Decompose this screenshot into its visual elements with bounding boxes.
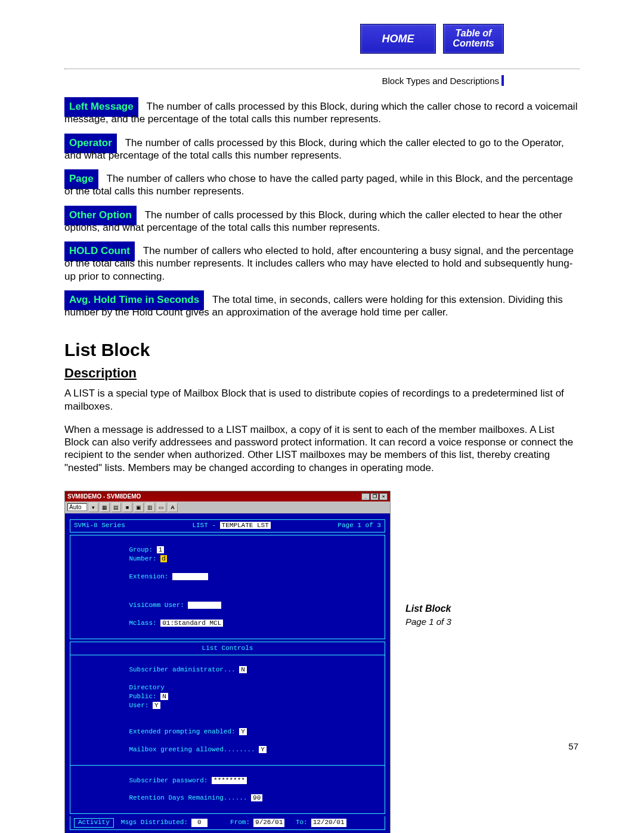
retention-label: Retention Days Remaining...... (129, 794, 247, 801)
toolbar-button[interactable]: ▤ (112, 503, 121, 512)
definition: Left Message The number of calls process… (64, 100, 580, 126)
sub-pass-label: Subscriber password: (129, 777, 208, 784)
directory-label: Directory (129, 684, 164, 691)
greeting-label: Mailbox greeting allowed........ (129, 746, 255, 753)
definition-body: The number of callers who elected to hol… (64, 245, 574, 282)
section-paragraph: When a message is addressed to a LIST ma… (64, 423, 580, 474)
window-title: SVM8DEMO - SVM8DEMO (67, 493, 141, 500)
toolbar-button[interactable]: ■ (123, 503, 132, 512)
toolbar-button[interactable]: ▭ (157, 503, 166, 512)
list-label: LIST - (192, 522, 216, 529)
ext-prompt-label: Extended prompting enabled: (129, 728, 235, 735)
divider (64, 69, 580, 69)
definition: Other Option The number of calls process… (64, 209, 580, 234)
public-label: Public: (129, 693, 156, 700)
breadcrumb: Block Types and Descriptions (0, 75, 504, 86)
sub-admin-label: Subscriber administrator... (129, 666, 235, 673)
sub-pass-field[interactable]: ******** (212, 777, 247, 784)
definition: HOLD Count The number of callers who ele… (64, 244, 580, 283)
breadcrumb-text: Block Types and Descriptions (382, 76, 500, 86)
retention-field[interactable]: 90 (251, 794, 262, 801)
definition-body: The number of calls processed by this Bl… (64, 137, 564, 161)
toolbar-dropdown-icon[interactable]: ▾ (89, 503, 98, 512)
user-field[interactable]: Y (153, 702, 160, 709)
definition-body: The number of calls processed by this Bl… (64, 101, 577, 125)
page-indicator: Page 1 of 3 (338, 522, 381, 530)
toolbar-button[interactable]: ▣ (134, 503, 144, 512)
close-icon[interactable]: × (379, 493, 388, 500)
mclass-field[interactable]: 01:Standard MCL (160, 620, 223, 627)
section-heading: List Block (64, 339, 580, 361)
window-toolbar: Auto ▾ ▦ ▤ ■ ▣ ▥ ▭ A (65, 501, 390, 513)
window-titlebar: SVM8DEMO - SVM8DEMO _❐× (65, 491, 390, 501)
extension-field[interactable] (172, 573, 208, 580)
toolbar-button[interactable]: ▦ (100, 503, 110, 512)
toc-button[interactable]: Table of Contents (443, 24, 504, 54)
visicomm-label: VisiComm User: (129, 602, 184, 609)
toolbar-mode-combo[interactable]: Auto (67, 503, 87, 511)
from-field[interactable]: 9/26/01 (253, 819, 284, 827)
breadcrumb-marker (501, 75, 504, 86)
from-label: From: (230, 819, 250, 827)
definition: Page The number of callers who chose to … (64, 172, 580, 198)
extension-label: Extension: (129, 573, 168, 580)
figure-caption: List Block Page 1 of 3 (405, 603, 451, 628)
minimize-icon[interactable]: _ (361, 493, 370, 500)
window-controls: _❐× (361, 493, 388, 500)
number-field[interactable]: d (160, 555, 167, 562)
group-field[interactable]: 1 (157, 546, 165, 553)
definition: Operator The number of calls processed b… (64, 137, 580, 162)
maximize-icon[interactable]: ❐ (370, 493, 379, 500)
to-label: To: (296, 819, 308, 827)
caption-page: Page 1 of 3 (405, 617, 451, 628)
greeting-field[interactable]: Y (259, 746, 267, 753)
toolbar-button[interactable]: ▥ (145, 503, 155, 512)
user-label: User: (129, 702, 148, 709)
msgs-field[interactable]: 0 (191, 819, 208, 827)
to-field[interactable]: 12/20/01 (311, 819, 346, 827)
controls-header: List Controls (74, 644, 381, 653)
visicomm-field[interactable] (188, 602, 221, 609)
page-number: 57 (568, 741, 578, 751)
caption-title: List Block (405, 603, 451, 615)
msgs-label: Msgs Distributed: (121, 819, 188, 827)
activity-button[interactable]: Activity (74, 818, 114, 828)
definition-body: The number of calls processed by this Bl… (64, 209, 562, 233)
definition-body: The number of callers who chose to have … (64, 173, 573, 197)
home-button[interactable]: HOME (360, 24, 436, 54)
toolbar-font-button[interactable]: A (168, 503, 178, 512)
public-field[interactable]: N (160, 693, 168, 700)
group-label: Group: (129, 546, 153, 553)
list-name-field[interactable]: TEMPLATE LST (220, 522, 271, 529)
series-label: SVMi-8 Series (74, 522, 125, 530)
definition: Avg. Hold Time in Seconds The total time… (64, 293, 580, 319)
sub-admin-field[interactable]: N (239, 666, 247, 673)
section-subheading: Description (64, 365, 580, 382)
screenshot-window: SVM8DEMO - SVM8DEMO _❐× Auto ▾ ▦ ▤ ■ ▣ ▥… (64, 491, 391, 833)
ext-prompt-field[interactable]: Y (239, 728, 247, 735)
mclass-label: Mclass: (129, 620, 156, 627)
section-paragraph: A LIST is a special type of Mailbox Bloc… (64, 387, 580, 413)
number-label: Number: (129, 555, 156, 562)
